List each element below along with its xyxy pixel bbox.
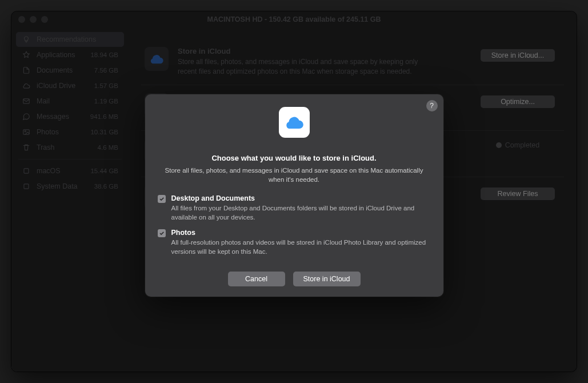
dialog-subtitle: Store all files, photos, and messages in… <box>163 166 426 184</box>
option-desc: All full-resolution photos and videos wi… <box>171 238 431 256</box>
option-desc: All files from your Desktop and Document… <box>171 204 431 222</box>
option-title: Photos <box>171 229 431 237</box>
modal-overlay: ? Choose what you would like to store in… <box>11 11 577 372</box>
dialog-buttons: Cancel Store in iCloud <box>228 272 361 286</box>
icloud-app-icon <box>279 107 310 138</box>
photos-checkbox[interactable] <box>158 229 166 237</box>
store-in-icloud-dialog: ? Choose what you would like to store in… <box>145 94 443 297</box>
option-desktop-documents: Desktop and Documents All files from you… <box>158 194 431 222</box>
storage-window: MACINTOSH HD - 150.42 GB available of 24… <box>11 11 577 372</box>
option-title: Desktop and Documents <box>171 194 431 202</box>
help-button[interactable]: ? <box>426 100 438 111</box>
confirm-store-button[interactable]: Store in iCloud <box>293 272 361 286</box>
dialog-heading: Choose what you would like to store in i… <box>211 154 376 162</box>
cancel-button[interactable]: Cancel <box>228 272 285 286</box>
desktop-documents-checkbox[interactable] <box>158 195 166 203</box>
option-photos: Photos All full-resolution photos and vi… <box>158 229 431 256</box>
